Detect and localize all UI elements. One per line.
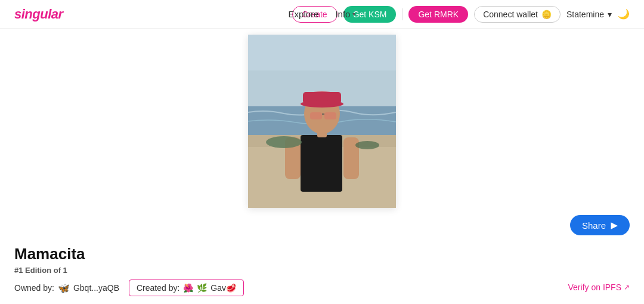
get-rmrk-button[interactable]: Get RMRK (408, 6, 468, 23)
verify-ipfs-link[interactable]: Verify on IPFS (568, 282, 621, 292)
dark-mode-toggle[interactable]: 🌙 (618, 8, 630, 20)
owned-by: Owned by: 🦋 Gbqt...yaQB (14, 282, 119, 294)
nav-center: Explore Info ▾ (289, 9, 356, 19)
site-logo[interactable]: singular (14, 7, 63, 22)
chevron-down-icon: ▾ (352, 11, 355, 17)
svg-point-16 (266, 136, 302, 148)
navbar: singular Explore Info ▾ Create Get KSM G… (0, 0, 644, 29)
nav-info[interactable]: Info ▾ (335, 9, 355, 19)
nft-edition: #1 Edition of 1 (14, 266, 630, 275)
nft-image-container (248, 35, 396, 208)
share-button[interactable]: Share ◀ (570, 215, 630, 235)
owner-address[interactable]: Gbqt...yaQB (73, 283, 119, 293)
nft-image (248, 35, 396, 208)
creator-avatar2-icon: 🌿 (197, 283, 207, 293)
creator-avatar1-icon: 🌺 (183, 283, 193, 293)
svg-rect-1 (248, 35, 396, 70)
ownership-row: Owned by: 🦋 Gbqt...yaQB Created by: 🌺 🌿 … (14, 280, 630, 296)
nav-divider (402, 8, 402, 20)
nft-details: Mamacita #1 Edition of 1 Owned by: 🦋 Gbq… (0, 235, 644, 296)
created-by-label: Created by: (137, 283, 179, 293)
creator-name[interactable]: Gav🥩 (210, 283, 236, 293)
owner-avatar-icon: 🦋 (58, 282, 70, 294)
nav-explore[interactable]: Explore (289, 9, 319, 19)
owned-by-label: Owned by: (14, 283, 54, 293)
svg-rect-12 (324, 112, 336, 119)
svg-rect-11 (310, 112, 322, 119)
created-by-box: Created by: 🌺 🌿 Gav🥩 (129, 280, 244, 296)
wallet-icon: 🪙 (541, 10, 552, 19)
verify-ipfs-row: Verify on IPFS ↗ (568, 282, 630, 292)
nft-title: Mamacita (14, 245, 630, 263)
main-content: Share ◀ Mamacita #1 Edition of 1 Owned b… (0, 29, 644, 296)
external-link-icon: ↗ (624, 283, 630, 291)
connect-wallet-button[interactable]: Connect wallet 🪙 (474, 6, 561, 23)
svg-rect-5 (301, 135, 342, 192)
chevron-down-icon: ▾ (608, 10, 612, 19)
svg-point-17 (355, 141, 379, 149)
share-icon: ◀ (611, 220, 618, 231)
share-container: Share ◀ (0, 215, 644, 235)
statemine-button[interactable]: Statemine ▾ (566, 10, 612, 19)
svg-point-10 (301, 100, 343, 108)
